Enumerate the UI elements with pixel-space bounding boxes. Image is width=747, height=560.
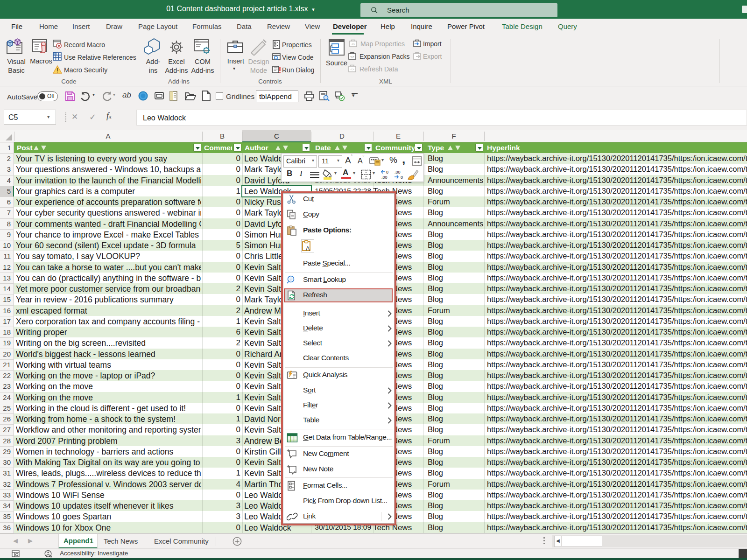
svg-text:0: 0 <box>401 175 403 180</box>
svg-text:.00: .00 <box>381 175 388 180</box>
svg-text:<>: <> <box>351 42 355 46</box>
svg-text:<>: <> <box>350 68 354 71</box>
svg-text:0: 0 <box>386 170 388 175</box>
svg-text:.00: .00 <box>395 170 401 175</box>
svg-text:<>: <> <box>350 55 354 58</box>
